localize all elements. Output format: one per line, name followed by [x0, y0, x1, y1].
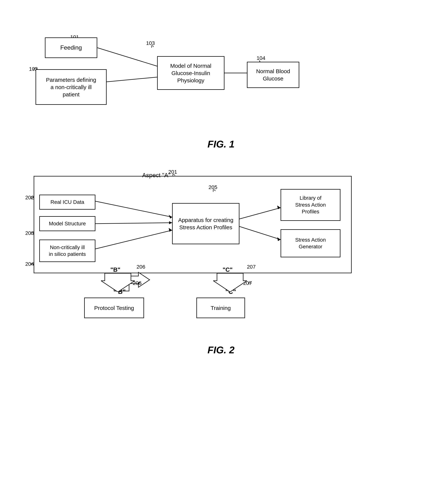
svg-line-0: [98, 48, 161, 67]
fig1-diagram: 101 102 103 104 Feeding Parameters defin…: [15, 19, 427, 135]
svg-line-21: [239, 208, 281, 219]
model-box: Model of Normal Glucose-Insulin Physiolo…: [157, 56, 224, 90]
ref207: 207: [247, 264, 256, 270]
params-box: Parameters defining a non-critically ill…: [35, 69, 107, 105]
svg-line-23: [239, 226, 281, 240]
library-box: Library of Stress Action Profiles: [281, 189, 340, 221]
aspect-b-label: "B": [110, 266, 120, 273]
apparatus-box: Apparatus for creating Stress Action Pro…: [172, 203, 239, 244]
stress-gen-box: Stress Action Generator: [281, 229, 340, 257]
fig2-diagram: Aspect "A" 201 205 202 203 204: [15, 168, 427, 356]
hollow-arrow-c: [213, 273, 247, 293]
svg-text:204: 204: [25, 261, 34, 267]
svg-line-15: [95, 201, 172, 217]
page: 101 102 103 104 Feeding Parameters defin…: [0, 0, 442, 504]
non-crit-box: Non-critically ill in silico patients: [39, 240, 95, 262]
svg-text:202: 202: [25, 195, 34, 200]
svg-text:104: 104: [257, 55, 265, 61]
fig1-title: FIG. 1: [15, 139, 427, 150]
training-box: Training: [196, 298, 245, 318]
svg-text:103: 103: [146, 40, 155, 46]
normal-bg-box: Normal Blood Glucose: [247, 62, 299, 88]
svg-text:205: 205: [209, 184, 217, 190]
svg-line-19: [95, 230, 172, 249]
hollow-arrow-b: [101, 273, 135, 293]
svg-marker-18: [169, 221, 172, 224]
svg-text:201: 201: [168, 169, 177, 175]
real-icu-box: Real ICU Data: [39, 195, 95, 210]
svg-text:203: 203: [25, 230, 34, 236]
svg-line-17: [95, 223, 172, 224]
feeding-box: Feeding: [45, 37, 97, 58]
svg-marker-31: [101, 273, 135, 292]
aspect-c-label: "C": [222, 266, 233, 273]
svg-marker-32: [213, 273, 247, 292]
protocol-box: Protocol Testing: [84, 298, 144, 318]
svg-line-2: [101, 77, 161, 82]
ref206: 206: [136, 264, 145, 270]
model-struct-box: Model Structure: [39, 216, 95, 231]
